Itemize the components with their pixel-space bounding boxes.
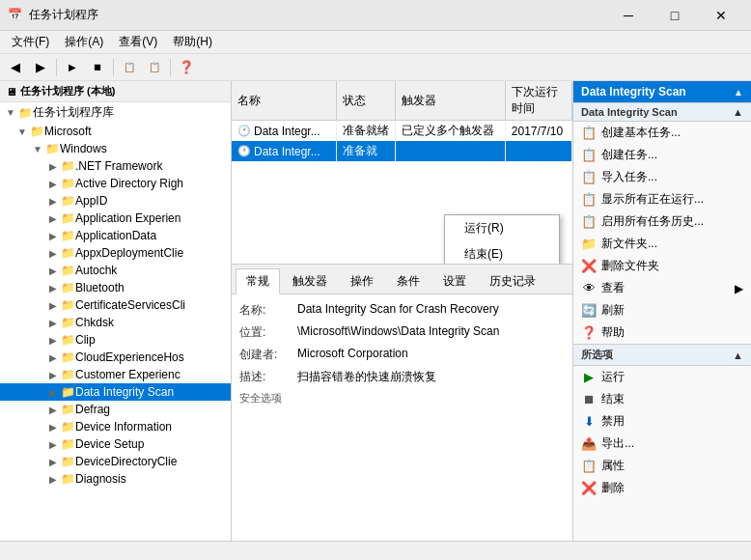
tree-node-devicesetup[interactable]: ▶ 📁 Device Setup (0, 435, 231, 453)
ctx-run[interactable]: 运行(R) (445, 215, 559, 241)
tree-node-appdata[interactable]: ▶ 📁 ApplicationData (0, 227, 231, 244)
action-delete-sel[interactable]: ❌ 删除 (573, 477, 751, 499)
menu-file[interactable]: 文件(F) (4, 32, 57, 52)
toolbar-btn2[interactable]: ⏹ (86, 57, 109, 78)
import-task-icon: 📋 (581, 170, 597, 185)
action-enable-history[interactable]: 📋 启用所有任务历史... (573, 210, 751, 233)
tab-history[interactable]: 历史记录 (479, 268, 546, 294)
expand-bluetooth: ▶ (46, 283, 60, 294)
tree-node-adright[interactable]: ▶ 📁 Active Directory Righ (0, 175, 231, 192)
tree-node-appdeploy[interactable]: ▶ 📁 AppxDeploymentClie (0, 244, 231, 262)
view-icon: 👁 (581, 281, 597, 296)
tree-node-chkdsk[interactable]: ▶ 📁 Chkdsk (0, 314, 231, 331)
tree-node-clip[interactable]: ▶ 📁 Clip (0, 331, 231, 349)
ctx-end[interactable]: 结束(E) (445, 241, 559, 265)
table-row[interactable]: 🕐 Data Integr... 准备就绪 已定义多个触发器 2017/7/10 (232, 121, 572, 142)
col-name[interactable]: 名称 (232, 81, 337, 121)
action-new-folder[interactable]: 📁 新文件夹... (573, 233, 751, 255)
col-nextrun[interactable]: 下次运行时间 (505, 81, 571, 121)
expand-deviceinfo: ▶ (46, 422, 60, 433)
action-export-sel[interactable]: 📤 导出... (573, 433, 751, 455)
titlebar-buttons: ─ □ ✕ (606, 0, 743, 31)
toolbar-btn4[interactable]: 📋 (143, 57, 166, 78)
tab-conditions[interactable]: 条件 (386, 268, 431, 294)
tree-node-root[interactable]: ▼ 📁 任务计划程序库 (0, 102, 231, 123)
run-sel-icon: ▶ (581, 370, 597, 385)
toolbar-sep1 (56, 59, 57, 76)
tree-node-dotnet[interactable]: ▶ 📁 .NET Framework (0, 157, 231, 175)
export-sel-icon: 📤 (581, 436, 597, 452)
detail-author-label: 创建者: (239, 347, 297, 363)
tree-label-appexp: Application Experien (75, 211, 231, 225)
end-sel-icon: ⏹ (581, 392, 597, 407)
app-icon: 📅 (8, 8, 23, 23)
statusbar (0, 541, 751, 560)
toolbar-btn1[interactable]: ▶ (61, 57, 84, 78)
action-help[interactable]: ❓ 帮助 (573, 322, 751, 344)
tree-label-microsoft: Microsoft (44, 125, 231, 138)
col-status[interactable]: 状态 (337, 81, 396, 121)
folder-icon-microsoft: 📁 (29, 125, 44, 138)
actions-collapse-btn[interactable]: ▲ (734, 87, 743, 98)
tree-node-deviceinfo[interactable]: ▶ 📁 Device Information (0, 418, 231, 435)
tree-node-windows[interactable]: ▼ 📁 Windows (0, 140, 231, 157)
action-import-task[interactable]: 📋 导入任务... (573, 166, 751, 188)
toolbar-sep3 (170, 59, 171, 76)
tab-triggers[interactable]: 触发器 (282, 268, 338, 294)
actions-section-1-collapse[interactable]: ▲ (733, 106, 743, 118)
action-delete-folder[interactable]: ❌ 删除文件夹 (573, 255, 751, 277)
tree-label-autochk: Autochk (75, 264, 231, 277)
action-disable-sel[interactable]: ⬇ 禁用 (573, 410, 751, 433)
action-show-running[interactable]: 📋 显示所有正在运行... (573, 188, 751, 210)
tree-node-autochk[interactable]: ▶ 📁 Autochk (0, 262, 231, 279)
tree-node-devicedir[interactable]: ▶ 📁 DeviceDirectoryClie (0, 453, 231, 470)
tree-node-appexp[interactable]: ▶ 📁 Application Experien (0, 210, 231, 227)
col-trigger[interactable]: 触发器 (396, 81, 505, 121)
tree-node-custexp[interactable]: ▶ 📁 Customer Experienc (0, 366, 231, 383)
actions-section-2-collapse[interactable]: ▲ (733, 350, 743, 361)
action-run-sel[interactable]: ▶ 运行 (573, 366, 751, 388)
action-end-sel[interactable]: ⏹ 结束 (573, 388, 751, 410)
tree-node-appid[interactable]: ▶ 📁 AppID (0, 192, 231, 210)
maximize-button[interactable]: □ (653, 0, 697, 31)
menu-view[interactable]: 查看(V) (111, 32, 165, 52)
expand-devicedir: ▶ (46, 457, 60, 467)
table-row[interactable]: 🕐 Data Integr... 准备就 (232, 141, 572, 161)
detail-location-label: 位置: (239, 324, 297, 341)
action-refresh[interactable]: 🔄 刷新 (573, 299, 751, 322)
menu-action[interactable]: 操作(A) (57, 32, 111, 52)
tree-label-defrag: Defrag (75, 403, 231, 416)
tree-label-clip: Clip (75, 333, 231, 347)
toolbar-back[interactable]: ◀ (4, 57, 27, 78)
close-button[interactable]: ✕ (699, 0, 743, 31)
window-title: 任务计划程序 (29, 7, 606, 23)
tree-node-defrag[interactable]: ▶ 📁 Defrag (0, 401, 231, 418)
window: 📅 任务计划程序 ─ □ ✕ 文件(F) 操作(A) 查看(V) 帮助(H) ◀… (0, 0, 751, 560)
tree-node-bluetooth[interactable]: ▶ 📁 Bluetooth (0, 279, 231, 296)
action-create-task[interactable]: 📋 创建任务... (573, 144, 751, 166)
menubar: 文件(F) 操作(A) 查看(V) 帮助(H) (0, 31, 751, 54)
action-properties-sel[interactable]: 📋 属性 (573, 455, 751, 477)
tree-label-devicesetup: Device Setup (75, 437, 231, 451)
toolbar-forward[interactable]: ▶ (29, 57, 52, 78)
menu-help[interactable]: 帮助(H) (165, 32, 220, 52)
toolbar-help[interactable]: ❓ (175, 57, 198, 78)
tab-general[interactable]: 常规 (236, 268, 280, 294)
tree-node-cloudexp[interactable]: ▶ 📁 CloudExperienceHos (0, 349, 231, 366)
tab-actions[interactable]: 操作 (340, 268, 384, 294)
minimize-button[interactable]: ─ (606, 0, 651, 31)
tab-settings[interactable]: 设置 (432, 268, 477, 294)
action-view[interactable]: 👁 查看 ▶ (573, 277, 751, 299)
tree-node-microsoft[interactable]: ▼ 📁 Microsoft (0, 123, 231, 140)
actions-section-2-label: 所选项 (581, 348, 613, 362)
action-properties-sel-label: 属性 (601, 458, 625, 474)
detail-row-name: 名称: Data Integrity Scan for Crash Recove… (239, 302, 565, 319)
tree-node-certsvc[interactable]: ▶ 📁 CertificateServicesCli (0, 296, 231, 314)
tree-node-datascan[interactable]: ▶ 📁 Data Integrity Scan (0, 383, 231, 401)
toolbar-btn3[interactable]: 📋 (118, 57, 141, 78)
create-task-icon: 📋 (581, 148, 597, 163)
tree-label-appid: AppID (75, 194, 231, 208)
tree-node-diagnosis[interactable]: ▶ 📁 Diagnosis (0, 470, 231, 488)
action-create-basic[interactable]: 📋 创建基本任务... (573, 122, 751, 144)
folder-icon-certsvc: 📁 (60, 298, 75, 312)
